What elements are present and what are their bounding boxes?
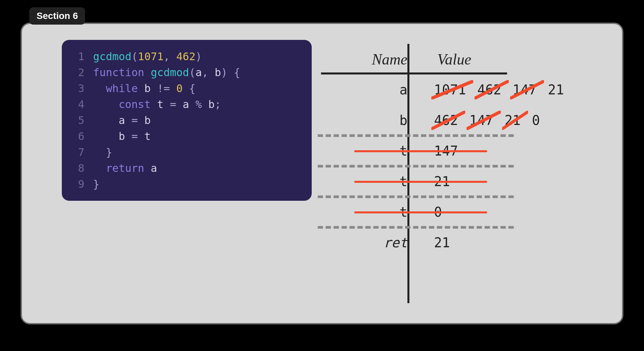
code-token: a	[183, 98, 196, 111]
code-line: 8 return a	[68, 160, 301, 176]
code-block: 1gcdmod(1071, 462)2function gcdmod(a, b)…	[62, 40, 312, 201]
code-token: b	[215, 66, 221, 79]
code-line: 6 b = t	[68, 128, 301, 144]
table-row: t21	[321, 166, 603, 197]
viewport: Section 6 1gcdmod(1071, 462)2function gc…	[0, 0, 644, 351]
dashed-separator	[318, 134, 514, 137]
code-token: =	[132, 114, 145, 127]
line-number: 8	[68, 160, 93, 176]
line-number: 9	[68, 176, 93, 192]
dashed-separator	[318, 226, 514, 229]
line-number: 5	[68, 112, 93, 128]
svg-line-4	[467, 112, 500, 129]
strike-slash	[431, 111, 465, 130]
svg-line-5	[502, 112, 528, 129]
code-token: ,	[202, 66, 215, 79]
trace-table: Name Value a107146214721b462147210t147t2…	[321, 44, 603, 258]
table-row: t147	[321, 136, 603, 166]
code-token: b	[144, 114, 151, 127]
table-row: t0	[321, 197, 603, 227]
code-token: ) {	[221, 66, 240, 79]
table-row: a107146214721	[321, 74, 603, 105]
code-token: function	[93, 66, 151, 79]
code-token: ,	[163, 50, 176, 63]
code-token: !=	[157, 82, 176, 95]
line-number: 7	[68, 144, 93, 160]
code-token	[93, 82, 106, 95]
svg-line-1	[475, 81, 508, 98]
code-token: (	[189, 66, 195, 79]
value: 0	[532, 113, 540, 128]
line-number: 1	[68, 49, 93, 64]
strike-slash	[467, 111, 500, 130]
code-line: 1gcdmod(1071, 462)	[68, 49, 301, 64]
row-name: b	[321, 113, 421, 128]
code-token: %	[195, 98, 208, 111]
row-values: 107146214721	[421, 82, 564, 97]
code-content: return a	[93, 160, 157, 176]
code-content: const t = a % b;	[93, 96, 221, 112]
code-token: gcdmod	[93, 50, 132, 63]
code-token: return	[106, 162, 151, 175]
struck-value: 462	[477, 82, 501, 97]
value: 21	[548, 82, 564, 97]
code-token: =	[132, 130, 145, 143]
row-values: 462147210	[421, 113, 540, 128]
dashed-separator	[318, 165, 514, 168]
code-token: ;	[215, 98, 221, 111]
code-token	[93, 98, 119, 111]
code-token: (	[132, 50, 138, 63]
table-row: b462147210	[321, 105, 603, 136]
code-content: a = b	[93, 112, 151, 128]
struck-value: 21	[505, 113, 521, 128]
code-token: b	[144, 82, 157, 95]
code-line: 3 while b != 0 {	[68, 80, 301, 96]
code-line: 9}	[68, 176, 301, 192]
code-token: a	[195, 66, 202, 79]
line-number: 3	[68, 80, 93, 96]
code-line: 5 a = b	[68, 112, 301, 128]
code-token: b	[119, 130, 132, 143]
strike-slash	[475, 80, 508, 99]
code-token: 0	[176, 82, 189, 95]
code-token: b	[208, 98, 215, 111]
code-token: const	[119, 98, 157, 111]
code-content: }	[93, 176, 99, 192]
line-number: 2	[68, 64, 93, 80]
code-token: a	[151, 162, 157, 175]
row-strike-line	[354, 181, 487, 183]
code-token: 462	[176, 50, 195, 63]
code-token: a	[119, 114, 132, 127]
svg-line-0	[431, 81, 473, 98]
code-token: t	[144, 130, 151, 143]
code-line: 2function gcdmod(a, b) {	[68, 64, 301, 80]
svg-line-2	[510, 81, 544, 98]
dashed-separator	[318, 195, 514, 198]
line-number: 4	[68, 96, 93, 112]
code-content: b = t	[93, 128, 151, 144]
row-name: ret	[321, 235, 421, 250]
line-number: 6	[68, 128, 93, 144]
code-token: t	[157, 98, 170, 111]
row-strike-line	[354, 150, 487, 152]
code-content: function gcdmod(a, b) {	[93, 64, 240, 80]
code-token: while	[106, 82, 145, 95]
code-content: while b != 0 {	[93, 80, 195, 96]
code-token	[93, 162, 106, 175]
struck-value: 147	[513, 82, 537, 97]
code-token: )	[195, 50, 202, 63]
code-content: gcdmod(1071, 462)	[93, 49, 202, 64]
code-content: }	[93, 144, 112, 160]
code-token: 1071	[138, 50, 163, 63]
code-token: gcdmod	[151, 66, 189, 79]
strike-slash	[431, 80, 473, 99]
svg-line-3	[431, 112, 465, 129]
table-header-row: Name Value	[321, 44, 603, 74]
struck-value: 147	[469, 113, 493, 128]
code-token: }	[93, 146, 112, 159]
row-strike-line	[354, 211, 487, 213]
table-row-ret: ret21	[321, 227, 603, 258]
table-header-name: Name	[321, 51, 421, 68]
value: 21	[434, 235, 450, 250]
section-tab: Section 6	[29, 7, 85, 25]
